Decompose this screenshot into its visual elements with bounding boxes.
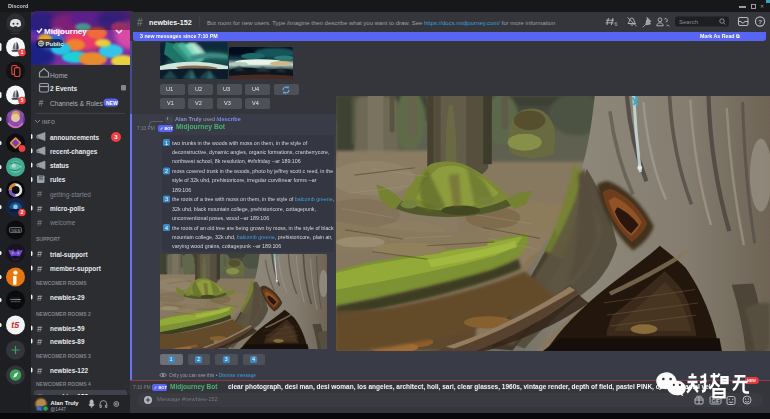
svg-text:newbies-152: newbies-152 [149, 18, 192, 27]
svg-text:NEWCOMER ROOMS 3: NEWCOMER ROOMS 3 [36, 353, 91, 359]
svg-text:#: # [37, 366, 42, 376]
svg-text:announcements: announcements [50, 134, 99, 141]
svg-text:NEWCOMER ROOMS: NEWCOMER ROOMS [36, 280, 87, 286]
svg-text:Bot room for new users. Type /: Bot room for new users. Type /imagine th… [207, 20, 555, 26]
svg-text:STUDIOS: STUDIOS [11, 300, 20, 302]
svg-text:@1447: @1447 [51, 407, 67, 412]
svg-text:Public: Public [46, 41, 65, 47]
svg-text:micro-polls: micro-polls [50, 205, 85, 213]
svg-text:#: # [37, 218, 42, 228]
svg-text:#: # [37, 249, 42, 259]
svg-text:2 Events: 2 Events [50, 85, 77, 92]
svg-text:NEWCOMER ROOMS 2: NEWCOMER ROOMS 2 [36, 311, 91, 317]
svg-text:newbies-89: newbies-89 [50, 338, 85, 345]
svg-text:Channels & Roles: Channels & Roles [50, 100, 103, 107]
svg-text:#: # [37, 204, 42, 214]
svg-text:newbies-29: newbies-29 [50, 294, 85, 301]
svg-text:newbies-59: newbies-59 [50, 325, 85, 332]
svg-text:Alan Truly: Alan Truly [51, 400, 80, 406]
svg-text:#: # [37, 264, 42, 274]
svg-text:Home: Home [50, 72, 68, 79]
svg-text:5: 5 [21, 98, 24, 103]
svg-text:Search: Search [679, 19, 698, 25]
svg-text:#: # [37, 189, 42, 199]
svg-text:member-support: member-support [50, 265, 102, 273]
svg-text:SUPPORT: SUPPORT [36, 236, 60, 242]
svg-text:INFO: INFO [42, 119, 55, 125]
svg-text:NEWCOMER ROOMS 4: NEWCOMER ROOMS 4 [36, 381, 91, 387]
svg-text:YOU N: YOU N [11, 229, 20, 233]
svg-text:t5: t5 [11, 320, 20, 330]
svg-text:getting-started: getting-started [50, 191, 91, 199]
svg-text:NEW: NEW [106, 100, 118, 106]
svg-text:status: status [50, 162, 69, 169]
svg-text:welcome: welcome [49, 219, 76, 226]
svg-text:#: # [39, 98, 44, 108]
svg-text:trial-support: trial-support [50, 251, 89, 259]
svg-text:newbies-122: newbies-122 [50, 367, 88, 374]
svg-text:FLIPSIDE: FLIPSIDE [10, 298, 21, 300]
svg-text:#: # [37, 293, 42, 303]
svg-text:#: # [37, 324, 42, 334]
svg-text:#: # [137, 17, 143, 28]
svg-text:2: 2 [21, 210, 24, 215]
svg-text:recent-changes: recent-changes [50, 148, 98, 156]
svg-text:?: ? [758, 18, 762, 25]
svg-text:6: 6 [615, 21, 618, 27]
svg-text:#: # [37, 337, 42, 347]
svg-text:Midjourney: Midjourney [44, 27, 87, 36]
svg-text:1: 1 [21, 50, 24, 55]
svg-text:rules: rules [50, 176, 66, 183]
